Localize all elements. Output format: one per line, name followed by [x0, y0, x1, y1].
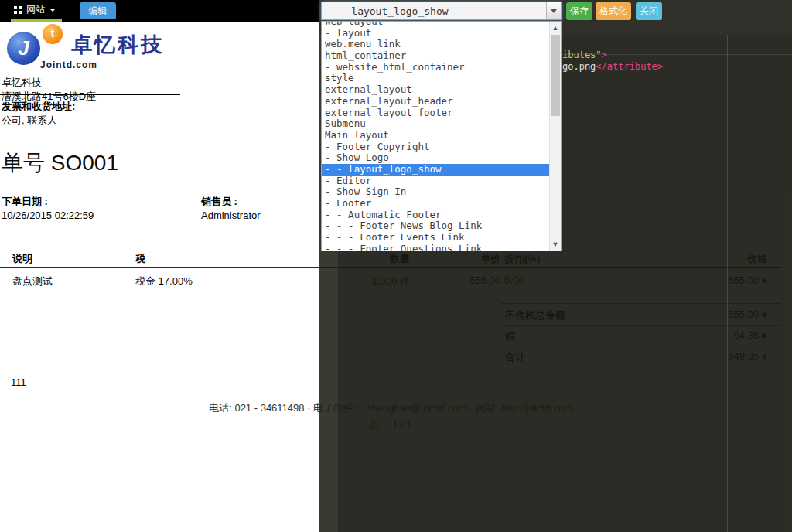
- view-option[interactable]: html_container: [322, 50, 549, 62]
- view-option[interactable]: - - Automatic Footer: [322, 210, 549, 221]
- view-option[interactable]: - - - Footer Questions Link: [322, 244, 549, 251]
- view-option[interactable]: - - - Footer Events Link: [322, 232, 549, 244]
- company-logo-domain: Jointd.com: [40, 60, 97, 70]
- table-header-description: 说明: [12, 252, 32, 266]
- scroll-down-icon[interactable]: ▼: [550, 239, 561, 250]
- salesperson-label: 销售员 :: [201, 195, 237, 209]
- nav-website-label: 网站: [26, 3, 45, 16]
- format-button[interactable]: 格式化: [596, 2, 631, 20]
- template-select-value: - - layout_logo_show: [322, 5, 546, 17]
- salesperson-value: Administrator: [201, 210, 261, 221]
- view-option[interactable]: - - - Footer News Blog Link: [322, 220, 549, 232]
- view-option[interactable]: - Show Sign In: [322, 186, 549, 198]
- editor-print-margin: [727, 35, 728, 532]
- view-option[interactable]: - - layout_logo_show: [322, 164, 549, 176]
- apps-grid-icon: [14, 6, 22, 14]
- dropdown-scrollbar[interactable]: ▲ ▼: [549, 22, 561, 251]
- view-option[interactable]: Submenu: [322, 118, 549, 130]
- edit-button[interactable]: 编辑: [80, 2, 116, 19]
- view-option[interactable]: Main layout: [322, 130, 549, 142]
- view-option[interactable]: web.menu_link: [322, 39, 549, 50]
- template-dropdown-popup: Web layout- layoutweb.menu_linkhtml_cont…: [321, 21, 562, 251]
- scroll-up-icon[interactable]: ▲: [550, 22, 561, 33]
- table-header-tax: 税: [135, 252, 145, 266]
- logo-blue-circle: J: [7, 32, 40, 65]
- nav-website-menu[interactable]: 网站: [11, 0, 59, 19]
- order-date-label: 下单日期 :: [2, 195, 48, 209]
- company-name: 卓忆科技: [2, 76, 42, 90]
- view-option[interactable]: - Footer: [322, 198, 549, 210]
- view-option[interactable]: - Show Logo: [322, 152, 549, 164]
- view-option[interactable]: - website_html_container: [322, 62, 549, 73]
- code-string-token: ibutes": [562, 49, 602, 60]
- order-number-title: 单号 SO001: [2, 148, 118, 178]
- view-option[interactable]: external_layout_header: [322, 96, 549, 107]
- nav-active-underline: [11, 19, 62, 22]
- code-text-token: go.png: [562, 61, 596, 72]
- billing-shipping-value: 公司, 联系人: [2, 114, 57, 128]
- select-arrow-box[interactable]: [546, 2, 561, 19]
- view-option[interactable]: external_layout_footer: [322, 107, 549, 119]
- logo-orange-circle: t: [43, 24, 63, 44]
- view-option[interactable]: external_layout: [322, 84, 549, 96]
- company-logo-title: 卓忆科技: [71, 31, 164, 59]
- view-option[interactable]: - layout: [322, 28, 549, 39]
- table-cell-description: 盘点测试: [12, 275, 53, 288]
- chevron-down-icon: [50, 9, 56, 12]
- scrollbar-thumb[interactable]: [551, 35, 560, 116]
- code-line: ibutes">: [562, 49, 607, 60]
- code-tag-token: >: [602, 49, 607, 60]
- billing-shipping-label: 发票和收货地址:: [2, 100, 75, 114]
- close-button[interactable]: 关闭: [636, 2, 662, 20]
- view-option[interactable]: - Footer Copyright: [322, 142, 549, 153]
- code-tag-token: </attribute>: [596, 61, 663, 72]
- order-date-value: 10/26/2015 02:22:59: [2, 210, 94, 221]
- order-note: 111: [11, 377, 26, 388]
- chevron-down-icon: [551, 9, 557, 13]
- template-select[interactable]: - - layout_logo_show: [321, 2, 562, 20]
- table-cell-tax: 税金 17.00%: [135, 275, 193, 288]
- code-line: go.png</attribute>: [562, 61, 663, 72]
- save-button[interactable]: 保存: [566, 2, 592, 20]
- address-divider: [0, 94, 180, 95]
- screen: J t 卓忆科技 Jointd.com 卓忆科技 漕溪北路41号6楼D座 发票和…: [0, 0, 792, 532]
- view-option[interactable]: style: [322, 73, 549, 84]
- template-options-list: Web layout- layoutweb.menu_linkhtml_cont…: [322, 21, 549, 251]
- view-option[interactable]: - Editor: [322, 176, 549, 187]
- view-option[interactable]: Web layout: [322, 21, 549, 28]
